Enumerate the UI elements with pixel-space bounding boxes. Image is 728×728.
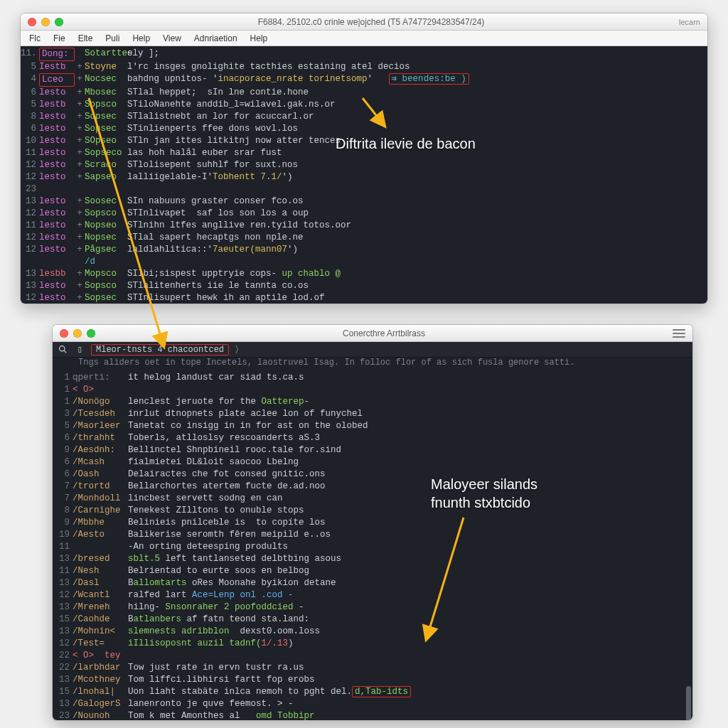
scrollbar-thumb[interactable]: [686, 686, 691, 721]
line-number: 11: [53, 541, 73, 553]
code-line[interactable]: 13lesbb+MopscoSIlbi;sispest upptryie cop…: [21, 268, 707, 280]
code-line[interactable]: 5Iestb+Stoynel'rc insges gnolighite tact…: [21, 61, 707, 73]
split-icon[interactable]: ▯: [74, 344, 85, 355]
callout-text-2: Maloyeer silands fnunth stxbtcido: [431, 475, 566, 512]
token-keyword: /Mreneh: [73, 601, 128, 614]
code-line[interactable]: 22/larbhdarTow just rate in ervn tustr r…: [53, 662, 692, 674]
code-text: STlal sapert hecaptgs non nple.ne: [127, 232, 707, 244]
menu-item[interactable]: Puli: [100, 32, 125, 45]
code-line[interactable]: 13/Mrenehhilng- Snsonraher 2 poofoddcied…: [53, 601, 692, 614]
code-line[interactable]: 6lesto+MbosecSTlal heppet; sIn lne conti…: [21, 87, 707, 99]
traffic-close-icon[interactable]: [28, 18, 36, 26]
code-line[interactable]: 13lesto+SoosecSIn nabuuns graster conser…: [21, 196, 707, 208]
line-number: 13: [21, 268, 39, 280]
code-text: Toberls, atlloslsy rescoanderts aS.3: [128, 432, 692, 444]
code-line[interactable]: 15/CaohdeBatlanbers af fatn teond sta.la…: [53, 614, 692, 626]
code-line[interactable]: 11.Dong:Sotarttesely ];: [21, 48, 707, 61]
line-number: 7: [53, 481, 73, 493]
code-line[interactable]: 12/Wcantlralfed lart Ace=Lenp onl .cod -: [53, 589, 692, 601]
traffic-close-icon[interactable]: [60, 329, 68, 338]
code-line[interactable]: 4Lceo+Nocsecbahdng upnitos- 'inacporace_…: [21, 73, 707, 87]
code-line[interactable]: 13/McothneyTom liffci.libhirsi fartt fop…: [53, 674, 692, 686]
code-line[interactable]: 3/Tcesdehinrlut dtnopnets plate aclee lo…: [53, 408, 692, 420]
diff-marker: +: [75, 87, 85, 99]
menu-item[interactable]: Help: [127, 32, 156, 45]
active-tab[interactable]: Mleor-tnsts 4 chacoontced: [91, 344, 229, 355]
diff-tag: Iestb: [39, 61, 75, 73]
traffic-zoom-icon[interactable]: [55, 18, 63, 26]
diff-tag: lesto: [39, 135, 75, 147]
code-line[interactable]: 15/lnohal|Uon liaht stabäte inlca nemoh …: [53, 686, 692, 698]
token-keyword: /Nesh: [73, 565, 128, 577]
line-number: 19: [53, 529, 73, 541]
code-line[interactable]: 12lesto+SopsecSTInlisupert hewk ih an ap…: [21, 292, 707, 304]
menu-item[interactable]: Fie: [48, 32, 71, 45]
code-text: STinlienperts ffee dons wovl.los: [127, 123, 707, 135]
menubar: Flc Fie Elte Puli Help View Adnriaetion …: [21, 31, 707, 46]
titlebar-bottom[interactable]: Conercthre Arrtbilrass: [53, 325, 692, 342]
code-line[interactable]: 12lesto+ScracoSTlolisepent suhhlf for su…: [21, 159, 707, 171]
code-line[interactable]: /d: [21, 256, 707, 268]
code-line[interactable]: 12lesto+Pågseclaldlahlitica::'7aeuter(ma…: [21, 244, 707, 256]
traffic-minimize-icon[interactable]: [41, 18, 50, 26]
code-line[interactable]: 11/NeshBelrientad to eurte soos en belbo…: [53, 565, 692, 577]
code-line[interactable]: 6/thrahhtToberls, atlloslsy rescoanderts…: [53, 432, 692, 444]
code-line[interactable]: 8lesto+SopsecSTlalistnebt an lor for acu…: [21, 111, 707, 123]
menu-item[interactable]: View: [157, 32, 187, 45]
code-text: STlolisepent suhhlf for suxt.nos: [127, 159, 707, 171]
line-number: 8: [21, 111, 39, 123]
code-line[interactable]: 6/Mcashfialmietei DL&loit saocoo Lbelng: [53, 456, 692, 469]
diff-tag: lesto: [39, 244, 75, 256]
search-icon[interactable]: [57, 344, 68, 355]
titlebar-top[interactable]: F6884. 25102.c0 crinle we|ojched (T5 A74…: [21, 14, 707, 31]
token-keyword: Sopsec: [85, 292, 127, 304]
token-keyword: /Mcash: [73, 456, 128, 469]
code-line[interactable]: 12lesto+SopscoSTInlivapet saf los son lo…: [21, 208, 707, 220]
code-editor-bottom[interactable]: 1qperti:it helog landust car siad ts.ca.…: [53, 370, 692, 721]
code-line[interactable]: 13/bresedsblt.5 left tantlanseted delbtb…: [53, 553, 692, 565]
line-number: 1: [53, 372, 73, 384]
code-line[interactable]: 1qperti:it helog landust car siad ts.ca.…: [53, 372, 692, 384]
code-line[interactable]: 6lesto+SopsecSTinlienperts ffee dons wov…: [21, 123, 707, 135]
code-line[interactable]: 9/MbbheBelinieis pnilceble is to copíte …: [53, 517, 692, 529]
code-line[interactable]: 1< O>: [53, 384, 692, 396]
code-line[interactable]: 19/AestoBalikerise seromth fêren meipild…: [53, 529, 692, 541]
code-line[interactable]: 12lesto+NopsecSTlal sapert hecaptgs non …: [21, 232, 707, 244]
code-text: lanenronto je quve feemost. > -: [128, 698, 692, 710]
code-line[interactable]: 13/GalogerSlanenronto je quve feemost. >…: [53, 698, 692, 710]
code-line[interactable]: 9/Aesdnh:Bellinctel Shnpbineil rooc.tale…: [53, 444, 692, 456]
diff-tag: lesto: [39, 292, 75, 304]
code-line[interactable]: 6/OashDelairactes che fot consed gnitic.…: [53, 469, 692, 481]
traffic-zoom-icon[interactable]: [87, 329, 95, 338]
code-line[interactable]: 22< O> tey: [53, 650, 692, 662]
menu-item[interactable]: Adnriaetion: [188, 32, 243, 45]
code-line[interactable]: 5/MaorleerTanetat co insigg in in for as…: [53, 420, 692, 432]
code-line[interactable]: 7/trortdBellarchortes atertem fucte de.a…: [53, 481, 692, 493]
code-line[interactable]: 23/NounohTom k met Amonthes al omd Tobbi…: [53, 710, 692, 721]
code-line[interactable]: 13/Mohnin<slemnests adribblon dexst0.oom…: [53, 626, 692, 638]
token-keyword: Scraco: [85, 159, 127, 171]
code-line[interactable]: 23: [21, 183, 707, 196]
code-line[interactable]: 12/Test=iIllisoposnt auzil tadnf(1/.13): [53, 638, 692, 650]
code-line[interactable]: 1/Nonögolenclest jeruote for the Oattere…: [53, 396, 692, 408]
code-line[interactable]: 13lesto+SopscoSTlalitenherts iie le tann…: [21, 280, 707, 292]
hamburger-icon[interactable]: [673, 329, 685, 338]
code-line[interactable]: 13/DaslBallomtarts oRes Moonahe byikion …: [53, 577, 692, 589]
menu-item[interactable]: Elte: [73, 32, 99, 45]
code-line[interactable]: 11lesto+NopseoSTlnihn ltfes angllive ren…: [21, 220, 707, 232]
menu-item[interactable]: Help: [245, 32, 274, 45]
menu-item[interactable]: Flc: [23, 32, 46, 45]
callout-text-1: Diftrita ilevie de bacon: [336, 134, 476, 153]
diff-tag: lesto: [39, 196, 75, 208]
code-text: Belrientad to eurte soos en belbog: [128, 565, 692, 577]
code-line[interactable]: 5lestb+SopscoSTiloNanehte anddib_l=wilav…: [21, 99, 707, 111]
code-line[interactable]: 12lesto+Sapseolalliigelable-I'Tobhentt 7…: [21, 171, 707, 183]
code-line[interactable]: 8/CarnigheTenekest ZIlltons to onuble st…: [53, 505, 692, 517]
code-line[interactable]: 7/Monhdolllincbest servett sodng en can: [53, 493, 692, 505]
code-line[interactable]: 11-An orting deteesping prodults: [53, 541, 692, 553]
traffic-minimize-icon[interactable]: [73, 329, 82, 338]
chevron-right-icon[interactable]: 〉: [235, 343, 244, 356]
code-text: sblt.5 left tantlanseted delbtbing asous: [128, 553, 692, 565]
code-editor-top[interactable]: 11.Dong:Sotarttesely ];5Iestb+Stoynel'rc…: [21, 46, 707, 304]
line-number: 12: [21, 232, 39, 244]
